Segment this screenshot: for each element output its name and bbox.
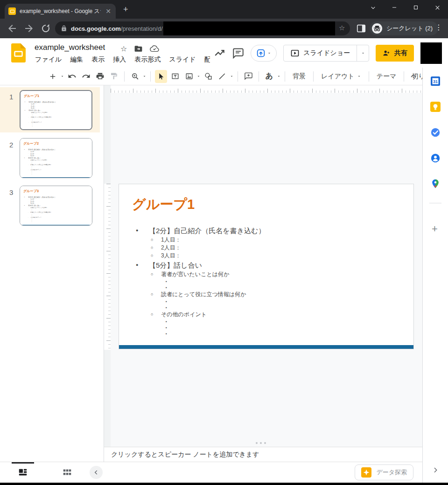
insert-comment-button[interactable] xyxy=(242,70,254,83)
tab-close-icon[interactable]: ✕ xyxy=(105,7,112,15)
bullet-line: ○3人目： xyxy=(119,252,404,260)
menu-スライド[interactable]: スライド xyxy=(165,54,200,65)
insert-image-button[interactable] xyxy=(183,70,195,83)
layout-button[interactable]: レイアウト xyxy=(317,72,365,81)
new-tab-button[interactable]: + xyxy=(123,5,128,14)
theme-button[interactable]: テーマ xyxy=(372,72,401,81)
google-contacts-icon[interactable] xyxy=(430,153,441,163)
menu-編集[interactable]: 編集 xyxy=(66,54,87,65)
new-slide-button[interactable] xyxy=(47,70,59,83)
google-maps-icon[interactable] xyxy=(430,179,441,189)
speaker-notes-area[interactable]: クリックするとスピーカー ノートを追加できます xyxy=(104,447,422,462)
bullet-line: ▪ xyxy=(119,325,404,331)
bullet-glyph: ▪ xyxy=(32,221,33,222)
get-addons-button[interactable]: + xyxy=(432,223,438,235)
browser-menu-icon[interactable]: ⋮ xyxy=(435,23,442,32)
star-document-icon[interactable]: ☆ xyxy=(120,44,127,53)
window-chevron-icon[interactable] xyxy=(362,0,384,15)
present-to-meeting-button[interactable] xyxy=(251,45,277,62)
bookmark-star-icon[interactable]: ☆ xyxy=(339,23,345,33)
undo-button[interactable] xyxy=(66,70,78,83)
bullet-line: ▪ xyxy=(119,298,404,305)
slideshow-options-caret[interactable] xyxy=(357,45,369,61)
google-slides-logo-icon[interactable] xyxy=(11,43,26,62)
window-close-button[interactable] xyxy=(427,0,448,15)
google-tasks-icon[interactable] xyxy=(430,127,441,138)
select-tool-button[interactable] xyxy=(155,70,167,83)
move-to-folder-icon[interactable] xyxy=(134,44,143,53)
notes-resize-handle[interactable] xyxy=(256,442,266,444)
bullet-glyph: ● xyxy=(24,157,28,159)
bullet-line: ○その他のポイント xyxy=(119,311,404,319)
bullet-glyph: ○ xyxy=(151,311,161,319)
zoom-caret-icon[interactable] xyxy=(142,74,147,78)
menu-挿入[interactable]: 挿入 xyxy=(109,54,130,65)
redo-button[interactable] xyxy=(80,70,92,83)
text-format-button[interactable]: あ xyxy=(263,70,275,83)
grid-view-button[interactable] xyxy=(62,467,72,478)
url-redaction-box xyxy=(163,21,335,35)
back-icon[interactable] xyxy=(7,23,18,34)
window-minimize-button[interactable] xyxy=(384,0,405,15)
filmstrip-view-button[interactable] xyxy=(18,467,28,478)
bullet-glyph: ▪ xyxy=(166,278,172,284)
slide-title[interactable]: グループ1 xyxy=(132,195,195,214)
print-button[interactable] xyxy=(94,70,106,83)
google-calendar-icon[interactable]: 31 xyxy=(430,76,441,86)
google-keep-icon[interactable] xyxy=(430,102,441,112)
comment-history-icon[interactable] xyxy=(232,48,244,59)
current-slide[interactable]: グループ1 ●【2分】自己紹介（氏名を書き込む）○1人目：○2人目：○3人目：●… xyxy=(119,184,414,349)
slide-thumbnail-row[interactable]: 3グループ3●【2分】自己紹介（氏名を書き込む）○1人目：○2人目：○3人目：●… xyxy=(0,186,100,229)
cloud-saved-icon[interactable] xyxy=(150,44,159,53)
window-maximize-button[interactable] xyxy=(405,0,427,15)
slide-thumbnail[interactable]: グループ2●【2分】自己紹介（氏名を書き込む）○1人目：○2人目：○3人目：●【… xyxy=(20,138,92,178)
insert-line-button[interactable] xyxy=(216,70,228,83)
menu-表示形式[interactable]: 表示形式 xyxy=(130,54,165,65)
menu-bar: ファイル編集表示挿入表示形式スライド配置 xyxy=(31,54,222,65)
text-box-button[interactable] xyxy=(169,70,181,83)
bullet-glyph: ○ xyxy=(151,270,161,278)
tab-title: example_worksheet - Google スラ xyxy=(20,7,101,15)
new-slide-caret-icon[interactable] xyxy=(60,74,64,78)
line-caret-icon[interactable] xyxy=(230,74,234,78)
slide-thumbnail[interactable]: グループ1●【2分】自己紹介（氏名を書き込む）○1人目：○2人目：○3人目：●【… xyxy=(20,90,92,130)
menu-表示[interactable]: 表示 xyxy=(87,54,109,65)
bullet-glyph: ○ xyxy=(151,244,161,252)
menu-ファイル[interactable]: ファイル xyxy=(31,54,66,65)
insert-shape-button[interactable] xyxy=(202,70,214,83)
reload-icon[interactable] xyxy=(40,23,51,34)
paint-format-button[interactable] xyxy=(108,70,120,83)
slideshow-label: スライドショー xyxy=(303,49,350,57)
bullet-line: ▪ xyxy=(119,305,404,311)
text-format-caret-icon[interactable] xyxy=(277,74,281,78)
bullet-line: ○1人目： xyxy=(119,236,404,244)
background-button[interactable]: 背景 xyxy=(288,72,310,81)
browser-tab[interactable]: example_worksheet - Google スラ ✕ xyxy=(5,4,116,19)
incognito-icon xyxy=(371,23,383,34)
image-caret-icon[interactable] xyxy=(196,74,201,78)
side-panel-icon[interactable] xyxy=(356,23,366,34)
collapse-filmstrip-button[interactable] xyxy=(90,466,103,479)
bottom-status-bar: データ探索 xyxy=(0,462,422,483)
document-title[interactable]: example_worksheet xyxy=(35,43,105,52)
activity-dashboard-icon[interactable] xyxy=(214,47,226,59)
incognito-badge: シークレット (2) xyxy=(370,21,438,35)
explore-button[interactable]: データ探索 xyxy=(355,464,413,480)
collapse-toolbar-icon[interactable] xyxy=(409,71,418,81)
app-header: example_worksheet ☆ ファイル編集表示挿入表示形式スライド配置… xyxy=(0,38,448,68)
slide-thumbnail-row[interactable]: 2グループ2●【2分】自己紹介（氏名を書き込む）○1人目：○2人目：○3人目：●… xyxy=(0,138,100,182)
share-button[interactable]: 共有 xyxy=(376,45,414,62)
bullet-line: ○読者にとって役に立つ情報は何か xyxy=(119,291,404,298)
slide-canvas[interactable]: グループ1 ●【2分】自己紹介（氏名を書き込む）○1人目：○2人目：○3人目：●… xyxy=(104,85,422,447)
expand-panel-icon[interactable] xyxy=(432,466,439,474)
incognito-label: シークレット (2) xyxy=(386,24,433,33)
bullet-line: ▪ xyxy=(20,221,91,222)
slide-thumbnail[interactable]: グループ3●【2分】自己紹介（氏名を書き込む）○1人目：○2人目：○3人目：●【… xyxy=(20,186,92,226)
slide-thumbnail-row[interactable]: 1グループ1●【2分】自己紹介（氏名を書き込む）○1人目：○2人目：○3人目：●… xyxy=(0,90,100,134)
account-avatar[interactable] xyxy=(420,42,442,64)
bullet-glyph: ▪ xyxy=(166,331,172,337)
slide-body-text[interactable]: ●【2分】自己紹介（氏名を書き込む）○1人目：○2人目：○3人目：●【5分】話し… xyxy=(119,225,404,337)
zoom-button[interactable] xyxy=(129,70,141,83)
forward-icon[interactable] xyxy=(23,23,35,34)
slideshow-button[interactable]: スライドショー xyxy=(283,45,369,62)
